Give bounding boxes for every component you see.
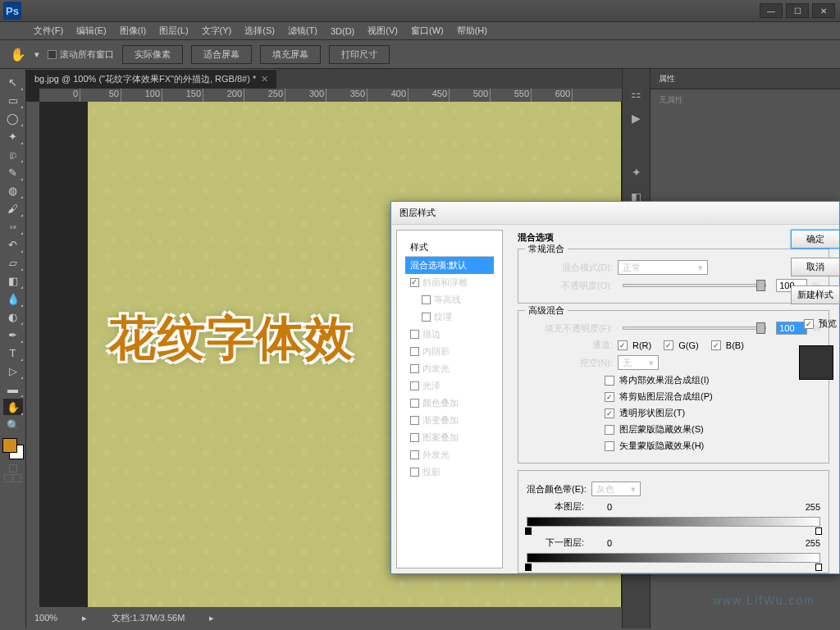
tools-panel: ↖ ▭ ◯ ✦ ⟄ ✎ ◍ 🖌 ⎃ ↶ ▱ ◧ 💧 ◐ ✒ T ▷ ▬ ✋ 🔍	[0, 69, 26, 628]
this-gradient[interactable]	[527, 517, 820, 527]
strip-icon-2[interactable]: ▶	[627, 108, 646, 128]
cancel-button[interactable]: 取消	[791, 258, 840, 276]
print-size-button[interactable]: 打印尺寸	[329, 45, 390, 64]
this-layer-label: 本图层:	[527, 500, 584, 513]
menu-window[interactable]: 窗口(W)	[404, 22, 450, 39]
menu-layer[interactable]: 图层(L)	[153, 22, 194, 39]
blendif-group: 混合颜色带(E):灰色▾ 本图层:0255 下一图层:0255	[518, 470, 829, 573]
channel-r[interactable]	[618, 340, 628, 350]
options-bar: ✋ ▾ 滚动所有窗口 实际像素 适合屏幕 填充屏幕 打印尺寸	[0, 40, 840, 69]
menu-help[interactable]: 帮助(H)	[450, 22, 494, 39]
style-satin[interactable]: 光泽	[405, 377, 494, 395]
quickmask-icon[interactable]	[9, 464, 17, 472]
wand-tool[interactable]: ✦	[3, 128, 23, 144]
menu-file[interactable]: 文件(F)	[27, 22, 70, 39]
window-controls: — ☐ ✕	[756, 3, 835, 18]
next-gradient[interactable]	[527, 553, 820, 563]
channel-g[interactable]	[664, 340, 673, 350]
zoom-tool[interactable]: 🔍	[3, 417, 23, 433]
opacity-slider[interactable]	[623, 284, 766, 287]
panel-tab[interactable]: 属性	[651, 69, 840, 89]
menu-bar: 文件(F) 编辑(E) 图像(I) 图层(L) 文字(Y) 选择(S) 滤镜(T…	[0, 22, 840, 40]
menu-image[interactable]: 图像(I)	[113, 22, 153, 39]
fill-slider[interactable]	[623, 326, 766, 330]
crop-tool[interactable]: ⟄	[3, 146, 23, 162]
styles-header: 样式	[405, 239, 494, 257]
document-tab[interactable]: bg.jpg @ 100% ("花纹字体效果FX"的外描边, RGB/8#) *…	[26, 69, 276, 89]
dialog-buttons: 确定 取消 新建样式 预览	[791, 230, 840, 380]
menu-edit[interactable]: 编辑(E)	[70, 22, 113, 39]
next-layer-label: 下一图层:	[527, 536, 584, 549]
channel-b[interactable]	[711, 340, 721, 350]
dodge-tool[interactable]: ◐	[3, 308, 23, 325]
color-swatch[interactable]	[2, 438, 24, 459]
tab-close-icon[interactable]: ✕	[261, 74, 268, 84]
canvas-text-layer: 花纹字体效	[108, 307, 354, 371]
chk-c1[interactable]	[605, 376, 614, 386]
chk-c2[interactable]	[605, 392, 614, 402]
brush-tool[interactable]: 🖌	[3, 200, 23, 217]
actual-pixels-button[interactable]: 实际像素	[122, 45, 183, 64]
ruler-vertical	[26, 102, 39, 607]
style-inner-glow[interactable]: 内发光	[405, 360, 494, 377]
style-color-overlay[interactable]: 颜色叠加	[405, 395, 494, 412]
blendif-combo[interactable]: 灰色▾	[591, 482, 641, 496]
preview-label: 预览	[819, 317, 837, 330]
marquee-tool[interactable]: ▭	[3, 92, 23, 108]
style-texture[interactable]: 纹理	[405, 308, 494, 326]
preview-checkbox[interactable]	[804, 319, 814, 329]
fit-screen-button[interactable]: 适合屏幕	[191, 45, 252, 64]
chevron-icon[interactable]: ▸	[209, 613, 214, 623]
mode-combo[interactable]: 正常▾	[618, 260, 708, 275]
zoom-level[interactable]: 100%	[34, 613, 57, 623]
type-tool[interactable]: T	[3, 345, 23, 361]
chk-c5[interactable]	[605, 441, 614, 451]
menu-filter[interactable]: 滤镜(T)	[281, 22, 324, 39]
heal-tool[interactable]: ◍	[3, 182, 23, 199]
screenmode-icon[interactable]	[4, 474, 12, 482]
blend-title: 混合选项	[518, 231, 829, 244]
shape-tool[interactable]: ▬	[3, 381, 23, 397]
chk-c4[interactable]	[605, 425, 614, 435]
menu-view[interactable]: 视图(V)	[361, 22, 404, 39]
menu-type[interactable]: 文字(Y)	[195, 22, 239, 39]
eraser-tool[interactable]: ▱	[3, 254, 23, 271]
style-pattern-overlay[interactable]: 图案叠加	[405, 429, 494, 446]
chk-c3[interactable]	[605, 409, 614, 418]
close-button[interactable]: ✕	[812, 3, 835, 18]
stamp-tool[interactable]: ⎃	[3, 218, 23, 235]
move-tool[interactable]: ↖	[3, 74, 23, 90]
eyedropper-tool[interactable]: ✎	[3, 164, 23, 180]
status-bar: 100% ▸ 文档:1.37M/3.56M ▸	[26, 607, 622, 628]
new-style-button[interactable]: 新建样式	[791, 285, 840, 304]
general-blend-group: 常规混合 混合模式(D):正常▾ 不透明度(O):100%	[518, 249, 829, 304]
style-stroke[interactable]: 描边	[405, 326, 494, 343]
knockout-combo[interactable]: 无▾	[618, 355, 659, 370]
menu-select[interactable]: 选择(S)	[238, 22, 281, 39]
lasso-tool[interactable]: ◯	[3, 110, 23, 126]
blur-tool[interactable]: 💧	[3, 290, 23, 307]
style-contour[interactable]: 等高线	[405, 291, 494, 308]
pen-tool[interactable]: ✒	[3, 326, 23, 343]
style-inner-shadow[interactable]: 内阴影	[405, 343, 494, 360]
fill-screen-button[interactable]: 填充屏幕	[260, 45, 321, 64]
minimize-button[interactable]: —	[760, 3, 783, 18]
history-tool[interactable]: ↶	[3, 236, 23, 253]
style-gradient-overlay[interactable]: 渐变叠加	[405, 412, 494, 429]
ok-button[interactable]: 确定	[791, 230, 840, 249]
hand-tool[interactable]: ✋	[3, 399, 23, 415]
style-drop-shadow[interactable]: 投影	[405, 463, 494, 481]
strip-icon-1[interactable]: ⚏	[627, 84, 646, 103]
chevron-icon[interactable]: ▸	[82, 613, 87, 623]
style-bevel[interactable]: 斜面和浮雕	[405, 274, 494, 291]
advanced-blend-group: 高级混合 填充不透明度(F):100% 通道:R(R) G(G) B(B) 挖空…	[518, 310, 829, 463]
maximize-button[interactable]: ☐	[786, 3, 809, 18]
path-tool[interactable]: ▷	[3, 363, 23, 379]
scroll-all-checkbox[interactable]: 滚动所有窗口	[48, 48, 114, 61]
style-outer-glow[interactable]: 外发光	[405, 446, 494, 463]
dropdown-icon[interactable]: ▾	[34, 49, 39, 60]
strip-icon-3[interactable]: ✦	[627, 162, 646, 182]
style-blend-options[interactable]: 混合选项:默认	[405, 257, 494, 274]
gradient-tool[interactable]: ◧	[3, 272, 23, 289]
menu-3d[interactable]: 3D(D)	[324, 24, 361, 39]
